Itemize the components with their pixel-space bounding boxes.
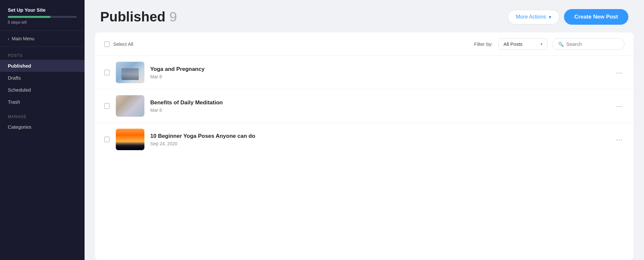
select-all-container[interactable]: Select All [104,41,133,47]
post-item: Benefits of Daily Meditation Mar 8 ··· [95,89,634,123]
post-thumb-meditation-image [116,95,144,117]
post-date-3: Sep 24, 2020 [150,141,608,146]
post-checkbox-2[interactable] [104,103,110,109]
toolbar: Select All Filter by: All Posts ▾ 🔍 [95,32,634,56]
setup-title: Set Up Your Site [8,7,77,13]
post-title-3: 10 Beginner Yoga Poses Anyone can do [150,133,608,139]
filter-label: Filter by: [474,41,493,47]
post-info-2: Benefits of Daily Meditation Mar 8 [150,99,608,113]
chevron-down-icon: ▾ [549,14,551,20]
topbar-actions: More Actions ▾ Create New Post [508,9,628,25]
main-menu-label: Main Menu [12,36,34,41]
sidebar-item-published[interactable]: Published [0,60,85,72]
post-checkbox-3[interactable] [104,136,110,142]
post-item: Yoga and Pregnancy Mar 8 ··· [95,56,634,89]
post-checkbox-1[interactable] [104,70,110,75]
post-info-3: 10 Beginner Yoga Poses Anyone can do Sep… [150,133,608,146]
main-menu-link[interactable]: ‹ Main Menu [8,36,77,41]
setup-section: Set Up Your Site 5 steps left [0,0,85,31]
search-icon: 🔍 [558,42,564,47]
page-title: Published [100,9,166,25]
create-new-post-button[interactable]: Create New Post [564,9,628,25]
toolbar-right: Filter by: All Posts ▾ 🔍 [474,38,624,50]
select-all-label: Select All [113,41,133,47]
sidebar-item-scheduled[interactable]: Scheduled [0,84,85,96]
search-box[interactable]: 🔍 [552,38,624,50]
post-more-menu-3[interactable]: ··· [614,134,624,145]
main-content: Published 9 More Actions ▾ Create New Po… [85,0,644,260]
post-thumbnail-2 [116,95,144,117]
sidebar-item-categories[interactable]: Categories [0,121,85,133]
more-actions-button[interactable]: More Actions ▾ [508,10,559,24]
post-thumb-yoga1-image [116,62,144,83]
post-date-2: Mar 8 [150,108,608,113]
topbar: Published 9 More Actions ▾ Create New Po… [85,0,644,32]
post-thumbnail-1 [116,62,144,83]
post-date-1: Mar 8 [150,74,608,79]
post-thumbnail-3 [116,129,144,150]
post-item: 10 Beginner Yoga Poses Anyone can do Sep… [95,123,634,156]
post-more-menu-1[interactable]: ··· [614,67,624,78]
content-panel: Select All Filter by: All Posts ▾ 🔍 [95,32,634,260]
post-list: Yoga and Pregnancy Mar 8 ··· Benefits of… [95,56,634,260]
filter-select-value: All Posts [503,41,538,47]
page-title-container: Published 9 [100,9,177,25]
sidebar: Set Up Your Site 5 steps left ‹ Main Men… [0,0,85,260]
progress-bar-fill [8,16,50,18]
sidebar-item-drafts[interactable]: Drafts [0,72,85,84]
post-title-2: Benefits of Daily Meditation [150,99,608,106]
filter-select[interactable]: All Posts ▾ [499,38,547,50]
page-title-count: 9 [169,9,177,25]
steps-left: 5 steps left [8,20,77,25]
sidebar-item-trash[interactable]: Trash [0,96,85,108]
post-more-menu-2[interactable]: ··· [614,101,624,111]
filter-chevron-down-icon: ▾ [541,42,543,46]
toolbar-left: Select All [104,41,133,47]
progress-bar-bg [8,16,77,18]
post-thumb-sunset-image [116,129,144,150]
posts-section: Posts Published Drafts Scheduled Trash [0,47,85,108]
select-all-checkbox[interactable] [104,41,110,47]
search-input[interactable] [566,41,618,47]
chevron-left-icon: ‹ [8,36,9,41]
post-info-1: Yoga and Pregnancy Mar 8 [150,66,608,79]
main-menu-link-container[interactable]: ‹ Main Menu [0,31,85,47]
post-title-1: Yoga and Pregnancy [150,66,608,72]
posts-section-label: Posts [0,53,85,58]
more-actions-label: More Actions [516,14,546,20]
manage-section-label: Manage [0,108,85,121]
